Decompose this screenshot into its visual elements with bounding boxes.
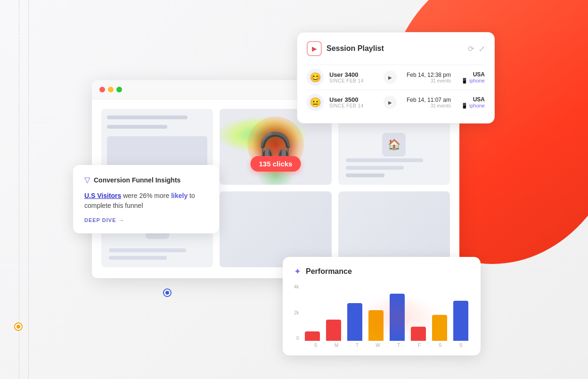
bar-group-t1	[346, 303, 363, 341]
funnel-card: ▽ Conversion Funnel Insights U.S Visitor…	[73, 165, 219, 233]
session-row-1: 😊 User 3400 SINCE FEB 14 ▶ Feb 14, 12:38…	[307, 65, 485, 90]
bar-f	[411, 327, 426, 341]
bar-group-t2	[388, 294, 406, 341]
cell-placeholder-image: 🏠	[382, 133, 406, 157]
session-user-name-2: User 3500	[329, 96, 378, 103]
chart-x-labels: S M T W T F S S	[294, 343, 469, 348]
funnel-icon: ▽	[84, 175, 90, 184]
bars-container	[304, 284, 469, 341]
bar-s3	[453, 301, 468, 341]
session-row-2: 😐 User 3500 SINCE FEB 14 ▶ Feb 14, 11:07…	[307, 90, 485, 115]
grid-cell-6	[338, 191, 450, 267]
x-label-s1: S	[307, 343, 324, 348]
session-user-since-2: SINCE FEB 14	[329, 103, 378, 108]
session-user-name-1: User 3400	[329, 71, 378, 78]
session-card-header: ▶ Session Playlist ⟳ ⤢	[307, 41, 485, 56]
bar-t1	[347, 303, 362, 341]
session-events-1: 31 events	[402, 78, 451, 83]
grid-cell-5	[220, 191, 331, 267]
refresh-icon[interactable]: ⟳	[468, 44, 474, 53]
funnel-description: U.S Visitors were 26% more likely to com…	[84, 191, 208, 211]
cell-line	[346, 166, 404, 170]
timeline-dot-blue	[164, 289, 171, 296]
session-card-title: Session Playlist	[327, 44, 384, 53]
bar-s1	[305, 331, 320, 341]
bar-group-s2	[431, 315, 448, 341]
bar-t2	[390, 294, 405, 341]
chart-area: 4k 2k 0	[294, 284, 469, 341]
session-play-button-2[interactable]: ▶	[384, 96, 397, 109]
cursor-icon: ✦	[294, 266, 301, 277]
session-playlist-card: ▶ Session Playlist ⟳ ⤢ 😊 User 3400 SINCE…	[297, 32, 495, 124]
session-date-1: Feb 14, 12:38 pm	[402, 72, 451, 78]
session-location-1: USA 📱 iphone	[457, 71, 485, 84]
session-datetime-2: Feb 14, 11:07 am 31 events	[402, 97, 451, 108]
funnel-desc-part1: were 26% more	[121, 192, 171, 199]
x-label-t1: T	[349, 343, 366, 348]
bar-group-s3	[452, 301, 469, 341]
x-label-s2: S	[432, 343, 449, 348]
session-user-since-1: SINCE FEB 14	[329, 78, 378, 83]
x-label-t2: T	[390, 343, 407, 348]
performance-card: ✦ Performance 4k 2k 0	[283, 257, 481, 355]
chart-y-labels: 4k 2k 0	[294, 284, 299, 341]
session-avatar-1: 😊	[307, 69, 324, 86]
bar-m	[326, 320, 341, 341]
x-label-w: W	[369, 343, 386, 348]
cell-line	[109, 248, 186, 252]
session-card-title-group: ▶ Session Playlist	[307, 41, 384, 56]
session-device-1: 📱 iphone	[457, 78, 485, 84]
bar-group-f	[409, 327, 427, 341]
funnel-card-header: ▽ Conversion Funnel Insights	[84, 175, 208, 184]
funnel-highlight: likely	[171, 192, 188, 199]
session-country-2: USA	[457, 96, 485, 103]
y-label-4k: 4k	[294, 284, 299, 289]
bar-group-m	[325, 320, 343, 341]
expand-icon[interactable]: ⤢	[479, 44, 485, 53]
session-card-actions[interactable]: ⟳ ⤢	[468, 44, 485, 53]
phone-icon-1: 📱	[461, 78, 468, 84]
session-datetime-1: Feb 14, 12:38 pm 31 events	[402, 72, 451, 83]
bar-s2	[432, 315, 447, 341]
playlist-icon: ▶	[307, 41, 322, 56]
funnel-deepdive-button[interactable]: DEEP DIVE →	[84, 217, 208, 223]
bar-group-w	[367, 310, 384, 341]
session-play-button-1[interactable]: ▶	[384, 71, 397, 84]
session-country-1: USA	[457, 71, 485, 78]
x-label-f: F	[411, 343, 428, 348]
x-label-m: M	[328, 343, 345, 348]
session-device-2: 📱 iphone	[457, 103, 485, 109]
browser-dot-red	[99, 87, 105, 92]
cell-line	[346, 173, 384, 177]
bar-w	[368, 310, 384, 341]
timeline-dot-orange	[15, 323, 22, 330]
session-avatar-2: 😐	[307, 94, 324, 111]
session-location-2: USA 📱 iphone	[457, 96, 485, 109]
browser-dot-yellow	[108, 87, 114, 92]
session-events-2: 31 events	[402, 103, 451, 108]
y-label-0: 0	[294, 336, 299, 341]
clicks-badge: 135 clicks	[251, 156, 301, 172]
bar-group-s1	[304, 331, 321, 341]
browser-dot-green	[116, 87, 122, 92]
y-label-2k: 2k	[294, 310, 299, 315]
session-date-2: Feb 14, 11:07 am	[402, 97, 451, 103]
arrow-icon: →	[119, 217, 125, 223]
cell-line	[346, 158, 423, 162]
performance-header: ✦ Performance	[294, 266, 469, 277]
x-label-s3: S	[452, 343, 469, 348]
session-user-info-2: User 3500 SINCE FEB 14	[329, 96, 378, 108]
funnel-link[interactable]: U.S Visitors	[84, 192, 121, 199]
phone-icon-2: 📱	[461, 103, 468, 109]
bar-chart: 4k 2k 0	[294, 284, 469, 348]
session-user-info-1: User 3400 SINCE FEB 14	[329, 71, 378, 83]
cell-line	[109, 256, 167, 260]
funnel-title: Conversion Funnel Insights	[94, 176, 180, 184]
performance-title: Performance	[306, 267, 352, 276]
